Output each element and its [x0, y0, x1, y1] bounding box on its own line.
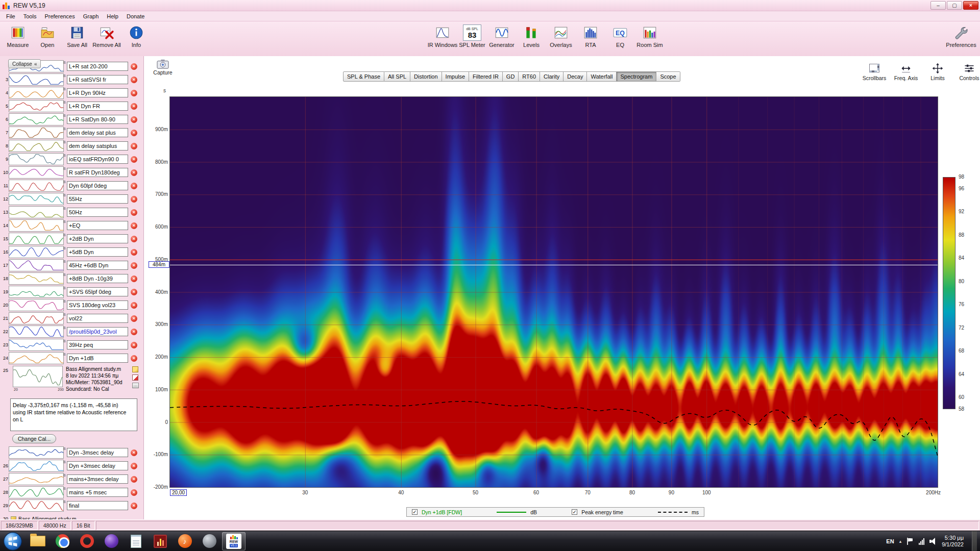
delete-measurement-button[interactable]: × [131, 222, 137, 229]
toolbar-spl-meter-button[interactable]: dB SPL83SPL Meter [457, 24, 487, 48]
measurement-row-partial[interactable]: 30Bass Allignment study.m [0, 512, 143, 519]
measurement-row[interactable]: 14B+EQ× [0, 219, 143, 232]
selected-thumbnail-canvas[interactable] [13, 366, 63, 387]
measurement-row[interactable]: 7Bdem delay sat plus× [0, 126, 143, 139]
time-cursor-label[interactable]: 484m [149, 261, 169, 268]
measurement-row[interactable]: 5BL+R Dyn FR× [0, 99, 143, 113]
measurement-row[interactable]: 29Bfinal× [0, 499, 143, 512]
maximize-button[interactable]: ▢ [947, 1, 962, 10]
notes-icon[interactable] [132, 366, 138, 372]
delete-measurement-button[interactable]: × [131, 63, 137, 70]
delete-measurement-button[interactable]: × [131, 103, 137, 110]
tab-spectrogram[interactable]: Spectrogram [617, 71, 656, 82]
measurement-name-field[interactable]: final [67, 501, 128, 510]
tab-gd[interactable]: GD [503, 71, 519, 82]
taskbar-chrome-button[interactable] [51, 532, 74, 550]
delete-measurement-button[interactable]: × [131, 449, 137, 456]
measurement-row[interactable]: 19B+SVS 65lpf 0deg× [0, 285, 143, 298]
tab-all-spl[interactable]: All SPL [384, 71, 410, 82]
measurement-thumbnail[interactable] [9, 246, 64, 258]
measurement-row[interactable]: 16B+5dB Dyn× [0, 245, 143, 259]
measurement-row[interactable]: 23B39Hz peq× [0, 338, 143, 352]
measurement-row[interactable]: 12B55Hz× [0, 192, 143, 206]
measurement-thumbnail[interactable] [9, 286, 64, 298]
plot-overlay-canvas[interactable] [170, 97, 938, 487]
collapse-panel-button[interactable]: Collapse « [8, 59, 41, 68]
delete-measurement-button[interactable]: × [131, 209, 137, 216]
menu-graph[interactable]: Graph [79, 12, 103, 20]
measurement-name-field[interactable]: Dyn 60lpf 0deg [67, 181, 128, 190]
measurement-row[interactable]: 13B50Hz× [0, 206, 143, 219]
taskbar-rew-button[interactable]: REWV5.1 [222, 532, 246, 550]
selected-measurement-panel[interactable]: 2520200Bass Allignment study.m8 Ιαν 2022… [0, 365, 143, 396]
tab-waterfall[interactable]: Waterfall [587, 71, 617, 82]
toolbar-remove-all-button[interactable]: Remove All [92, 24, 121, 48]
measurement-name-field[interactable]: mains +5 msec [67, 488, 128, 497]
measurement-thumbnail[interactable] [9, 166, 64, 179]
measurement-name-field[interactable]: L+R sat 20-200 [67, 62, 128, 71]
measurement-row[interactable]: 10BR satFR Dyn180deg× [0, 166, 143, 179]
selected-measurement-thumbnail[interactable]: 20200 [9, 365, 64, 396]
tab-spl-phase[interactable]: SPL & Phase [343, 71, 384, 82]
delete-measurement-button[interactable]: × [131, 130, 137, 136]
toolbar-measure-button[interactable]: Measure [3, 24, 33, 48]
measurement-row[interactable]: 15B+2dB Dyn× [0, 232, 143, 245]
menu-tools[interactable]: Tools [19, 12, 41, 20]
tab-decay[interactable]: Decay [564, 71, 587, 82]
toolbar-info-button[interactable]: Info [121, 24, 151, 48]
taskbar-firefox-button[interactable] [100, 532, 123, 550]
measurement-thumbnail[interactable] [9, 87, 64, 99]
measurement-row[interactable]: 24BDyn +1dB× [0, 352, 143, 365]
measurement-name-field[interactable]: 55Hz [67, 194, 128, 204]
measurement-row[interactable]: 26BDyn +3msec delay× [0, 459, 143, 472]
clock[interactable]: 5:30 μμ 9/1/2022 [942, 535, 964, 548]
measurement-name-field[interactable]: +5dB Dyn [67, 247, 128, 257]
delete-measurement-button[interactable]: × [131, 342, 137, 348]
delete-measurement-button[interactable]: × [131, 196, 137, 203]
delete-measurement-button[interactable]: × [131, 90, 137, 96]
colorbar[interactable] [943, 177, 955, 409]
delete-measurement-button[interactable]: × [131, 143, 137, 149]
capture-button[interactable]: Capture [148, 58, 178, 76]
measurement-thumbnail[interactable] [9, 312, 64, 324]
measurement-row[interactable]: 6BL+R SatDyn 80-90× [0, 113, 143, 126]
taskbar-notepad-button[interactable] [124, 532, 148, 550]
measurement-thumbnail[interactable] [9, 193, 64, 205]
measurement-name-field[interactable]: Dyn +3msec delay [67, 461, 128, 470]
measurement-name-field[interactable]: L+R SatDyn 80-90 [67, 115, 128, 124]
measurement-thumbnail[interactable] [9, 272, 64, 285]
delete-measurement-button[interactable]: × [131, 183, 137, 189]
toolbar-rta-button[interactable]: RTA [576, 24, 605, 48]
delete-measurement-button[interactable]: × [131, 489, 137, 496]
measurement-thumbnail[interactable] [9, 339, 64, 351]
delete-measurement-button[interactable]: × [131, 169, 137, 176]
more-button[interactable]: ... [132, 383, 139, 388]
toolbar-levels-button[interactable]: Levels [517, 24, 546, 48]
measurement-row[interactable]: 27Bmains+3msec delay× [0, 472, 143, 486]
delete-measurement-button[interactable]: × [131, 77, 137, 83]
measurement-name-field[interactable]: dem delay sat plus [67, 128, 128, 137]
delete-measurement-button[interactable]: × [131, 236, 137, 242]
measurement-row[interactable]: 18B+8dB Dyn -10g39× [0, 272, 143, 285]
graph-tool-limits-button[interactable]: Limits [924, 62, 951, 81]
measurement-thumbnail[interactable] [9, 499, 64, 512]
tab-rt60[interactable]: RT60 [519, 71, 540, 82]
measurement-thumbnail[interactable] [9, 299, 64, 311]
graph-tool-freq-axis-button[interactable]: Freq. Axis [892, 62, 920, 81]
tab-scope[interactable]: Scope [656, 71, 680, 82]
delete-measurement-button[interactable]: × [131, 156, 137, 163]
measurement-row[interactable]: 11BDyn 60lpf 0deg× [0, 179, 143, 192]
measurement-name-field[interactable]: Dyn +1dB [67, 354, 128, 363]
spectrogram-plot[interactable] [169, 96, 938, 488]
delete-measurement-button[interactable]: × [131, 355, 137, 362]
measurement-row[interactable]: 20BSVS 180deg vol23× [0, 298, 143, 312]
delete-measurement-button[interactable]: × [131, 476, 137, 483]
measurement-thumbnail[interactable] [9, 206, 64, 218]
measurement-name-field[interactable]: +2dB Dyn [67, 234, 128, 243]
measurement-name-field[interactable]: vol22 [67, 314, 128, 323]
toolbar-eq-button[interactable]: EQEQ [605, 24, 635, 48]
volume-icon[interactable] [929, 538, 937, 545]
series2-checkbox[interactable]: ✓ [572, 509, 577, 515]
taskbar-rewmeas-button[interactable] [149, 532, 172, 550]
delete-measurement-button[interactable]: × [131, 289, 137, 295]
